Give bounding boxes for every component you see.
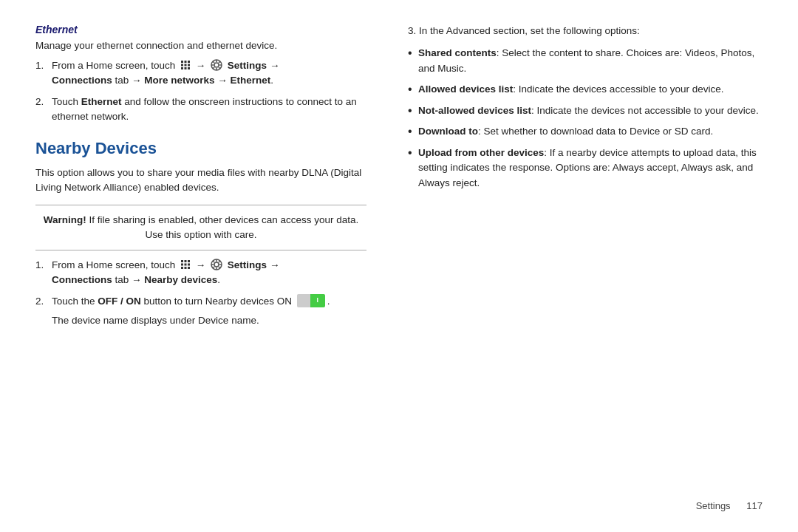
svg-rect-4 [185, 64, 187, 66]
warning-label: Warning! [44, 214, 86, 225]
download-to-text: : Set whether to download data to Device… [478, 126, 713, 137]
nearby-step-2-content: Touch the OFF / ON button to turn Nearby… [52, 294, 366, 309]
nearby-steps: 1. From a Home screen, touch [35, 258, 366, 309]
footer-label: Settings [696, 500, 731, 511]
not-allowed-devices-text: : Indicate the devices not accessible to… [531, 105, 759, 116]
svg-rect-0 [181, 61, 183, 63]
warning-text: If file sharing is enabled, other device… [89, 214, 359, 240]
svg-line-36 [219, 261, 220, 262]
bullet-dot-1: • [408, 46, 418, 61]
toggle-on-label: I [316, 296, 318, 306]
nearby-devices-bold: Nearby devices [144, 274, 217, 285]
svg-rect-8 [188, 67, 190, 69]
divider-1 [35, 205, 366, 205]
page-footer: Settings 117 [696, 500, 763, 511]
ethernet-bold: Ethernet [81, 96, 122, 107]
nearby-devices-title: Nearby Devices [35, 139, 366, 158]
bullet-content-4: Download to: Set whether to download dat… [418, 124, 763, 139]
right-column: 3. In the Advanced section, set the foll… [390, 24, 763, 508]
ethernet-title: Ethernet [35, 24, 366, 35]
connections-label-2: Connections [52, 274, 112, 285]
svg-rect-6 [181, 67, 183, 69]
svg-line-16 [219, 67, 220, 69]
nearby-step-num-1: 1. [35, 258, 52, 288]
svg-rect-1 [185, 61, 187, 63]
svg-rect-7 [185, 67, 187, 69]
upload-from-label: Upload from other devices [418, 147, 544, 158]
ethernet-description: Manage your ethernet connection and ethe… [35, 40, 366, 51]
bullet-not-allowed-devices: • Not-allowed devices list: Indicate the… [408, 103, 763, 119]
svg-rect-5 [188, 64, 190, 66]
ethernet-label: Ethernet [231, 75, 271, 86]
svg-rect-19 [181, 260, 183, 262]
bullet-dot-2: • [408, 82, 418, 98]
gear-icon-2 [211, 259, 222, 270]
allowed-devices-label: Allowed devices list [418, 83, 513, 95]
page-number: 117 [746, 500, 763, 511]
allowed-devices-text: : Indicate the devices accessible to you… [513, 83, 723, 95]
left-column: Ethernet Manage your ethernet connection… [35, 24, 390, 508]
bullet-shared-contents: • Shared contents: Select the content to… [408, 46, 763, 76]
svg-rect-20 [185, 260, 187, 262]
nearby-devices-description: This option allows you to share your med… [35, 166, 366, 196]
ethernet-step-2: 2. Touch Ethernet and follow the onscree… [35, 95, 366, 125]
bullet-content-5: Upload from other devices: If a nearby d… [418, 146, 763, 191]
gear-icon-1 [211, 59, 222, 71]
bullet-list: • Shared contents: Select the content to… [408, 46, 763, 191]
svg-rect-3 [181, 64, 183, 66]
ethernet-section: Ethernet Manage your ethernet connection… [35, 24, 366, 124]
settings-label-2: Settings [228, 259, 267, 270]
svg-rect-2 [188, 61, 190, 63]
ethernet-step-1: 1. From a Home screen, touch [35, 58, 366, 89]
svg-line-35 [219, 267, 220, 268]
step-num-2: 2. [35, 95, 52, 125]
nearby-step-1-content: From a Home screen, touch [52, 258, 366, 288]
nearby-step-1: 1. From a Home screen, touch [35, 258, 366, 288]
page: Ethernet Manage your ethernet connection… [0, 0, 798, 532]
svg-point-29 [214, 262, 219, 267]
nearby-step-num-2: 2. [35, 294, 52, 309]
bullet-content-1: Shared contents: Select the content to s… [418, 46, 763, 76]
ethernet-steps: 1. From a Home screen, touch [35, 58, 366, 124]
svg-rect-23 [185, 264, 187, 266]
right-intro: 3. In the Advanced section, set the foll… [408, 24, 763, 38]
bullet-upload-from: • Upload from other devices: If a nearby… [408, 146, 763, 191]
grid-icon [180, 60, 191, 70]
bullet-dot-3: • [408, 103, 418, 119]
off-on-label: OFF / ON [98, 296, 141, 307]
nearby-step-2: 2. Touch the OFF / ON button to turn Nea… [35, 294, 366, 309]
not-allowed-devices-label: Not-allowed devices list [418, 105, 531, 116]
toggle-on-button[interactable]: I [297, 294, 325, 307]
bullet-content-3: Not-allowed devices list: Indicate the d… [418, 103, 763, 118]
step-num-1: 1. [35, 58, 52, 89]
warning-box: Warning! If file sharing is enabled, oth… [35, 213, 366, 243]
svg-rect-26 [185, 267, 187, 269]
bullet-allowed-devices: • Allowed devices list: Indicate the dev… [408, 82, 763, 98]
bullet-content-2: Allowed devices list: Indicate the devic… [418, 82, 763, 97]
svg-rect-25 [181, 267, 183, 269]
bullet-download-to: • Download to: Set whether to download d… [408, 124, 763, 140]
svg-line-17 [219, 61, 220, 63]
toggle-on-part: I [310, 294, 325, 307]
svg-rect-27 [188, 267, 190, 269]
svg-rect-24 [188, 264, 190, 266]
divider-2 [35, 250, 366, 250]
svg-point-10 [214, 63, 219, 67]
more-networks-label: More networks [144, 75, 214, 86]
svg-rect-21 [188, 260, 190, 262]
device-name-text: The device name displays under Device na… [52, 315, 366, 326]
bullet-dot-5: • [408, 146, 418, 161]
svg-line-37 [213, 267, 214, 268]
shared-contents-label: Shared contents [418, 47, 497, 58]
step-2-content: Touch Ethernet and follow the onscreen i… [52, 95, 366, 125]
bullet-dot-4: • [408, 124, 418, 140]
connections-label: Connections [52, 75, 112, 86]
svg-line-15 [213, 61, 214, 63]
download-to-label: Download to [418, 126, 478, 137]
toggle-off-part [297, 294, 310, 307]
svg-rect-22 [181, 264, 183, 266]
grid-icon-2 [180, 259, 191, 270]
svg-line-18 [213, 67, 214, 69]
step-1-content: From a Home screen, touch [52, 58, 366, 89]
svg-line-34 [213, 261, 214, 262]
